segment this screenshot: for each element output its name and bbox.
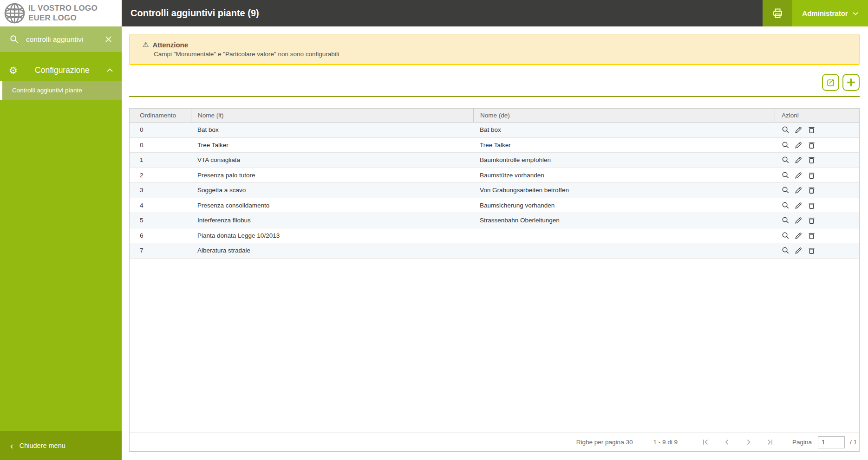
cell-nome-it: Alberatura stradale bbox=[191, 243, 473, 258]
cell-nome-de: Baumstütze vorhanden bbox=[473, 168, 775, 183]
page-label: Pagina bbox=[792, 439, 812, 446]
rows-per-page-label: Righe per pagina 30 bbox=[576, 439, 633, 446]
main-area: Controlli aggiuntivi piante (9) Administ… bbox=[122, 0, 868, 460]
delete-icon[interactable] bbox=[807, 141, 816, 149]
delete-icon[interactable] bbox=[807, 125, 816, 134]
next-page-icon[interactable] bbox=[744, 438, 752, 446]
logo-text: IL VOSTRO LOGO EUER LOGO bbox=[28, 4, 98, 22]
logo-line1: IL VOSTRO LOGO bbox=[28, 4, 98, 13]
globe-logo-icon bbox=[3, 2, 26, 25]
cell-ordinamento: 5 bbox=[130, 213, 191, 228]
cell-ordinamento: 3 bbox=[130, 183, 191, 198]
edit-icon[interactable] bbox=[794, 155, 803, 164]
cell-ordinamento: 0 bbox=[130, 123, 191, 137]
cell-ordinamento: 4 bbox=[130, 198, 191, 213]
edit-icon[interactable] bbox=[794, 171, 803, 180]
toolbar bbox=[129, 74, 860, 91]
edit-icon[interactable] bbox=[794, 246, 803, 255]
delete-icon[interactable] bbox=[807, 171, 816, 180]
edit-icon[interactable] bbox=[794, 125, 803, 134]
chevron-up-icon bbox=[107, 68, 113, 72]
close-menu-label: Chiudere menu bbox=[20, 442, 65, 449]
sidebar-item-label: Controlli aggiuntivi piante bbox=[12, 87, 82, 94]
delete-icon[interactable] bbox=[807, 216, 816, 225]
pager-nav bbox=[702, 438, 774, 446]
column-header-nome-it: Nome (it) bbox=[191, 109, 473, 122]
view-icon[interactable] bbox=[781, 171, 790, 180]
table-row: 3 Soggetta a scavo Von Grabungsarbeiten … bbox=[130, 183, 859, 198]
chevron-down-icon bbox=[853, 12, 858, 15]
view-icon[interactable] bbox=[781, 141, 790, 149]
logo-area: IL VOSTRO LOGO EUER LOGO bbox=[0, 0, 122, 26]
warning-message: Campi "Monumentale" e "Particolare valor… bbox=[154, 51, 846, 58]
cell-nome-de: Baumkontrolle empfohlen bbox=[473, 153, 775, 168]
table-empty-space bbox=[130, 259, 859, 433]
warning-title: Attenzione bbox=[152, 41, 188, 49]
sidebar-item-controlli-aggiuntivi-piante[interactable]: Controlli aggiuntivi piante bbox=[0, 81, 122, 100]
clear-search-icon[interactable] bbox=[104, 35, 112, 43]
gear-icon: ⚙ bbox=[9, 65, 18, 75]
view-icon[interactable] bbox=[781, 201, 790, 210]
delete-icon[interactable] bbox=[807, 186, 816, 194]
prev-page-icon[interactable] bbox=[723, 438, 731, 446]
sidebar-search[interactable]: controlli aggiuntivi bbox=[0, 26, 122, 52]
cell-ordinamento: 1 bbox=[130, 153, 191, 168]
cell-nome-de bbox=[473, 228, 775, 243]
cell-azioni bbox=[775, 213, 859, 228]
topbar: Controlli aggiuntivi piante (9) Administ… bbox=[122, 0, 868, 26]
export-button[interactable] bbox=[822, 74, 839, 91]
warning-banner: ⚠ Attenzione Campi "Monumentale" e "Part… bbox=[129, 34, 860, 65]
delete-icon[interactable] bbox=[807, 246, 816, 255]
export-icon bbox=[826, 78, 836, 88]
data-table: Ordinamento Nome (it) Nome (de) Azioni 0… bbox=[129, 108, 860, 452]
column-header-azioni: Azioni bbox=[775, 109, 859, 122]
cell-nome-it: Pianta donata Legge 10/2013 bbox=[191, 228, 473, 243]
close-menu-button[interactable]: ‹ Chiudere menu bbox=[0, 431, 122, 460]
delete-icon[interactable] bbox=[807, 201, 816, 210]
first-page-icon[interactable] bbox=[702, 438, 710, 446]
edit-icon[interactable] bbox=[794, 201, 803, 210]
table-row: 6 Pianta donata Legge 10/2013 bbox=[130, 228, 859, 244]
table-row: 0 Tree Talker Tree Talker bbox=[130, 138, 859, 153]
edit-icon[interactable] bbox=[794, 216, 803, 225]
cell-nome-de: Bat box bbox=[473, 123, 775, 137]
sidebar-spacer bbox=[0, 100, 122, 431]
table-row: 5 Interferenza filobus Strassenbahn Ober… bbox=[130, 213, 859, 228]
column-header-ordinamento: Ordinamento bbox=[130, 109, 191, 122]
cell-ordinamento: 7 bbox=[130, 243, 191, 258]
content: ⚠ Attenzione Campi "Monumentale" e "Part… bbox=[122, 26, 868, 460]
table-row: 2 Presenza palo tutore Baumstütze vorhan… bbox=[130, 168, 859, 183]
page: IL VOSTRO LOGO EUER LOGO controlli aggiu… bbox=[0, 0, 868, 460]
sidebar-section-configurazione[interactable]: ⚙ Configurazione bbox=[0, 59, 122, 81]
cell-nome-it: Bat box bbox=[191, 123, 473, 137]
view-icon[interactable] bbox=[781, 155, 790, 164]
chevron-left-icon: ‹ bbox=[10, 441, 13, 450]
view-icon[interactable] bbox=[781, 216, 790, 225]
user-menu-button[interactable]: Administrator bbox=[792, 0, 868, 26]
last-page-icon[interactable] bbox=[766, 438, 774, 446]
view-icon[interactable] bbox=[781, 246, 790, 255]
view-icon[interactable] bbox=[781, 231, 790, 240]
edit-icon[interactable] bbox=[794, 231, 803, 240]
cell-nome-it: Interferenza filobus bbox=[191, 213, 473, 228]
cell-azioni bbox=[775, 183, 859, 198]
search-input[interactable]: controlli aggiuntivi bbox=[26, 35, 98, 44]
view-icon[interactable] bbox=[781, 125, 790, 134]
delete-icon[interactable] bbox=[807, 231, 816, 240]
add-button[interactable] bbox=[842, 74, 860, 91]
view-icon[interactable] bbox=[781, 186, 790, 194]
cell-azioni bbox=[775, 228, 859, 243]
page-total-label: / 1 bbox=[850, 439, 857, 446]
search-icon bbox=[9, 34, 19, 44]
edit-icon[interactable] bbox=[794, 141, 803, 149]
user-menu-label: Administrator bbox=[802, 9, 848, 17]
table-row: 4 Presenza consolidamento Baumsicherung … bbox=[130, 198, 859, 214]
edit-icon[interactable] bbox=[794, 186, 803, 194]
cell-azioni bbox=[775, 153, 859, 168]
print-button[interactable] bbox=[763, 0, 792, 26]
page-number-input[interactable] bbox=[818, 436, 845, 448]
cell-nome-de: Baumsicherung vorhanden bbox=[473, 198, 775, 213]
delete-icon[interactable] bbox=[807, 155, 816, 164]
cell-ordinamento: 0 bbox=[130, 138, 191, 153]
logo-line2: EUER LOGO bbox=[28, 13, 98, 23]
